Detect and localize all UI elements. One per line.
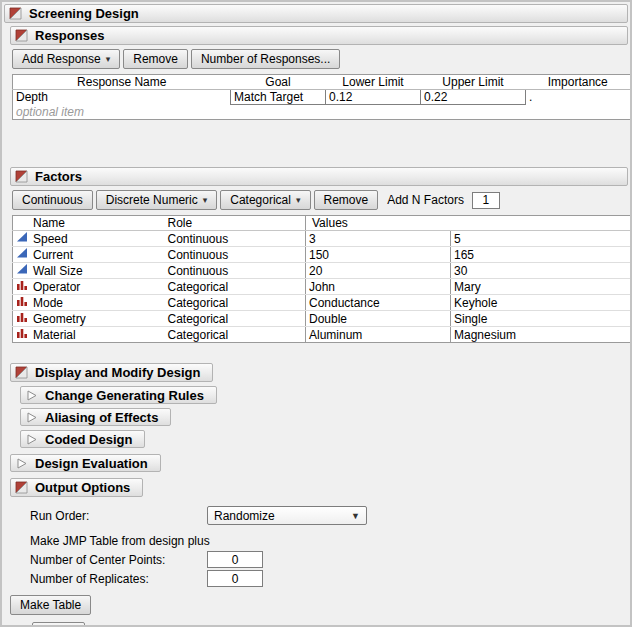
add-n-factors-input[interactable]: 1: [472, 192, 500, 209]
factor-name[interactable]: Operator: [33, 280, 80, 294]
center-points-label: Number of Center Points:: [30, 553, 207, 567]
factor-role[interactable]: Continuous: [156, 247, 306, 263]
responses-title: Responses: [35, 28, 104, 43]
remove-factor-button[interactable]: Remove: [314, 190, 379, 210]
response-upper-limit-cell[interactable]: 0.22: [421, 90, 526, 105]
factor-value-cell[interactable]: 20: [306, 263, 451, 279]
factor-value-cell[interactable]: Aluminum: [306, 327, 451, 343]
factor-name[interactable]: Speed: [33, 232, 68, 246]
factor-name[interactable]: Current: [33, 248, 73, 262]
add-categorical-factor-button[interactable]: Categorical ▾: [220, 190, 310, 210]
center-points-input[interactable]: 0: [207, 551, 263, 568]
factor-row: Speed Continuous 3 5: [13, 231, 631, 247]
factor-role[interactable]: Continuous: [156, 231, 306, 247]
disclosure-closed-icon[interactable]: [25, 411, 38, 424]
disclosure-closed-icon[interactable]: [25, 433, 38, 446]
add-continuous-factor-button[interactable]: Continuous: [12, 190, 93, 210]
factor-name[interactable]: Mode: [33, 296, 63, 310]
factor-role[interactable]: Categorical: [156, 311, 306, 327]
factor-name[interactable]: Material: [33, 328, 76, 342]
number-of-responses-button[interactable]: Number of Responses...: [191, 49, 340, 69]
back-button[interactable]: Back: [32, 622, 85, 627]
add-response-button[interactable]: Add Response ▾: [12, 49, 120, 69]
factor-row: Material Categorical Aluminum Magnesium: [13, 327, 631, 343]
col-header: Values: [306, 216, 631, 231]
col-header: Upper Limit: [421, 75, 526, 90]
factor-name[interactable]: Wall Size: [33, 264, 83, 278]
col-header: Name: [13, 216, 156, 231]
red-triangle-disclosure-icon[interactable]: [9, 7, 22, 20]
dropdown-arrow-icon: ▾: [296, 196, 301, 205]
factor-role[interactable]: Categorical: [156, 327, 306, 343]
continuous-factor-icon: [16, 247, 28, 262]
responses-table: Response Name Goal Lower Limit Upper Lim…: [12, 74, 631, 120]
factors-title: Factors: [35, 169, 82, 184]
factor-value-cell[interactable]: Mary: [451, 279, 631, 295]
page-title: Screening Design: [29, 6, 139, 21]
factor-value-cell[interactable]: 30: [451, 263, 631, 279]
dropdown-arrow-icon: ▾: [203, 196, 208, 205]
outline-factors[interactable]: Factors: [10, 167, 628, 186]
col-header: Importance: [526, 75, 631, 90]
add-discrete-numeric-factor-button[interactable]: Discrete Numeric ▾: [96, 190, 218, 210]
outline-responses[interactable]: Responses: [10, 26, 628, 45]
response-importance-cell[interactable]: .: [526, 90, 631, 105]
factors-table: Name Role Values Speed Continuous 3 5 Cu…: [12, 215, 631, 343]
response-goal-cell[interactable]: Match Target: [231, 90, 326, 105]
red-triangle-disclosure-icon[interactable]: [15, 481, 28, 494]
disclosure-closed-icon[interactable]: [25, 389, 38, 402]
factor-value-cell[interactable]: 5: [451, 231, 631, 247]
factor-role[interactable]: Continuous: [156, 263, 306, 279]
response-row: Depth Match Target 0.12 0.22 .: [13, 90, 631, 105]
factor-row: Wall Size Continuous 20 30: [13, 263, 631, 279]
factor-name[interactable]: Geometry: [33, 312, 86, 326]
factor-value-cell[interactable]: 3: [306, 231, 451, 247]
screening-design-window: Screening Design Responses Add Response …: [0, 0, 632, 627]
factor-role[interactable]: Categorical: [156, 295, 306, 311]
factor-row: Geometry Categorical Double Single: [13, 311, 631, 327]
response-name-cell[interactable]: Depth: [13, 90, 231, 105]
outline-aliasing-of-effects[interactable]: Aliasing of Effects: [20, 408, 171, 426]
outline-design-evaluation[interactable]: Design Evaluation: [10, 454, 161, 472]
factor-value-cell[interactable]: 150: [306, 247, 451, 263]
col-header: Lower Limit: [326, 75, 421, 90]
col-header: Goal: [231, 75, 326, 90]
response-lower-limit-cell[interactable]: 0.12: [326, 90, 421, 105]
remove-response-button[interactable]: Remove: [123, 49, 188, 69]
add-n-factors-label: Add N Factors: [387, 193, 464, 207]
continuous-factor-icon: [16, 263, 28, 278]
optional-item-label[interactable]: optional item: [13, 105, 631, 120]
outline-change-generating-rules[interactable]: Change Generating Rules: [20, 386, 217, 404]
categorical-factor-icon: [16, 311, 28, 326]
factor-value-cell[interactable]: Single: [451, 311, 631, 327]
outline-display-and-modify-design[interactable]: Display and Modify Design: [10, 363, 213, 382]
combo-arrow-icon: ▼: [351, 511, 360, 521]
make-table-button[interactable]: Make Table: [10, 595, 91, 615]
factor-role[interactable]: Categorical: [156, 279, 306, 295]
factor-value-cell[interactable]: 165: [451, 247, 631, 263]
categorical-factor-icon: [16, 327, 28, 342]
make-jmp-table-label: Make JMP Table from design plus: [30, 534, 210, 548]
continuous-factor-icon: [16, 231, 28, 246]
factor-value-cell[interactable]: Magnesium: [451, 327, 631, 343]
red-triangle-disclosure-icon[interactable]: [15, 170, 28, 183]
factor-value-cell[interactable]: Keyhole: [451, 295, 631, 311]
outline-screening-design[interactable]: Screening Design: [4, 4, 628, 23]
responses-header-row: Response Name Goal Lower Limit Upper Lim…: [13, 75, 631, 90]
factor-value-cell[interactable]: Double: [306, 311, 451, 327]
disclosure-closed-icon[interactable]: [15, 457, 28, 470]
categorical-factor-icon: [16, 295, 28, 310]
replicates-label: Number of Replicates:: [30, 572, 207, 586]
factor-value-cell[interactable]: John: [306, 279, 451, 295]
replicates-input[interactable]: 0: [207, 570, 263, 587]
col-header: Role: [156, 216, 306, 231]
outline-coded-design[interactable]: Coded Design: [20, 430, 145, 448]
factor-value-cell[interactable]: Conductance: [306, 295, 451, 311]
outline-output-options[interactable]: Output Options: [10, 478, 143, 497]
factor-row: Current Continuous 150 165: [13, 247, 631, 263]
factors-header-row: Name Role Values: [13, 216, 631, 231]
factor-row: Mode Categorical Conductance Keyhole: [13, 295, 631, 311]
red-triangle-disclosure-icon[interactable]: [15, 29, 28, 42]
run-order-dropdown[interactable]: Randomize ▼: [207, 506, 367, 525]
red-triangle-disclosure-icon[interactable]: [15, 366, 28, 379]
